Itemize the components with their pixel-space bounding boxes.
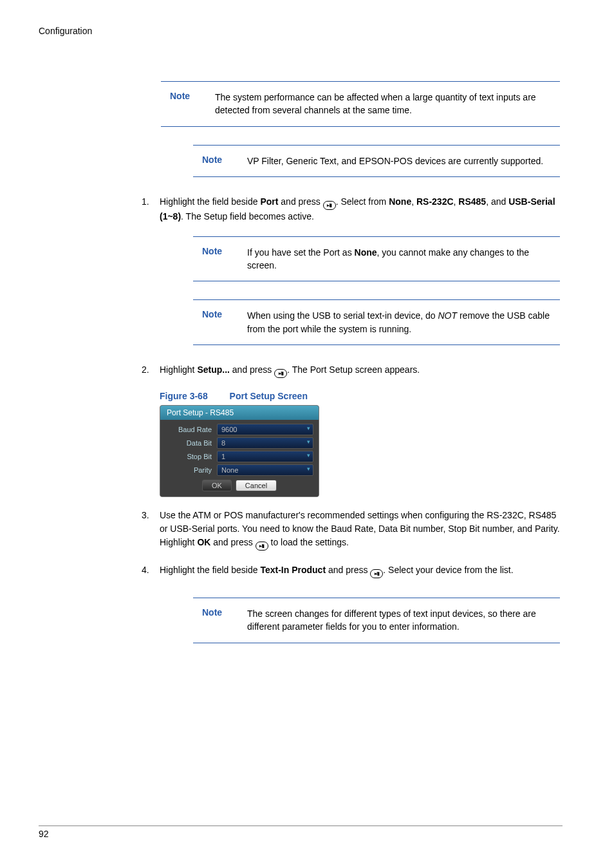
enter-icon (256, 542, 268, 551)
note-label: Note (193, 246, 232, 272)
step-number: 4. (142, 563, 160, 578)
t: Highlight (160, 364, 197, 375)
enter-icon (274, 369, 287, 378)
stop-bit-select[interactable]: 1 (217, 451, 313, 462)
step-text: Use the ATM or POS manufacturer's recomm… (160, 509, 560, 551)
note-label: Note (193, 607, 232, 634)
step-number: 2. (142, 363, 160, 378)
note-port-none: Note If you have set the Port as None, y… (193, 236, 560, 282)
t: and press (278, 196, 322, 207)
cancel-button[interactable]: Cancel (236, 480, 277, 491)
t: Highlight the field beside (160, 565, 260, 575)
step-3: 3. Use the ATM or POS manufacturer's rec… (142, 509, 560, 551)
step-4: 4. Highlight the field beside Text-In Pr… (142, 563, 560, 578)
note-text: If you have set the Port as None, you ca… (247, 246, 560, 272)
step-1: 1. Highlight the field beside Port and p… (142, 195, 560, 223)
parity-select[interactable]: None (217, 464, 313, 476)
data-bit-select[interactable]: 8 (217, 437, 313, 449)
content-area: Note The system performance can be affec… (161, 81, 560, 643)
dialog-buttons: OK Cancel (165, 480, 313, 491)
t: Highlight the field beside (160, 196, 260, 207)
t: When using the USB to serial text-in dev… (247, 310, 438, 321)
t: . The Setup field becomes active. (181, 211, 314, 222)
field-label: Stop Bit (165, 453, 217, 460)
row-databit: Data Bit 8 (165, 437, 313, 449)
t: NOT (438, 310, 457, 321)
t: Port (260, 196, 278, 207)
field-label: Data Bit (165, 439, 217, 447)
t: , (411, 196, 416, 207)
page-number: 92 (39, 829, 49, 839)
page-header: Configuration (39, 26, 563, 36)
page-footer: 92 (39, 826, 563, 839)
t: OK (197, 537, 210, 547)
note-label: Note (193, 155, 232, 167)
ok-button[interactable]: OK (202, 480, 232, 491)
t: RS485 (458, 196, 486, 207)
dialog-title: Port Setup - RS485 (160, 406, 319, 420)
step-text: Highlight Setup... and press . The Port … (160, 363, 560, 378)
enter-icon (370, 569, 383, 578)
step-number: 1. (142, 195, 160, 223)
field-label: Baud Rate (165, 426, 217, 433)
figure-number: Figure 3-68 (160, 391, 208, 401)
note-text: When using the USB to serial text-in dev… (247, 309, 560, 335)
port-setup-dialog: Port Setup - RS485 Baud Rate 9600 Data B… (160, 405, 319, 497)
note-text: VP Filter, Generic Text, and EPSON-POS d… (247, 155, 560, 167)
step-number: 3. (142, 509, 160, 551)
figure-title: Port Setup Screen (230, 391, 308, 401)
enter-icon (323, 201, 336, 210)
note-usb-serial: Note When using the USB to serial text-i… (193, 299, 560, 345)
t: Setup... (197, 364, 230, 375)
dialog-body: Baud Rate 9600 Data Bit 8 Stop Bit 1 Par… (160, 420, 319, 496)
t: . The Port Setup screen appears. (287, 364, 420, 375)
baud-rate-select[interactable]: 9600 (217, 424, 313, 435)
note-text: The screen changes for different types o… (247, 607, 560, 634)
step-text: Highlight the field beside Port and pres… (160, 195, 560, 223)
t: and press (230, 364, 274, 375)
t: None (389, 196, 411, 207)
t: None (355, 247, 377, 258)
t: . Select from (336, 196, 389, 207)
note-text: The system performance can be affected w… (215, 91, 560, 117)
step-2: 2. Highlight Setup... and press . The Po… (142, 363, 560, 378)
t: Text-In Product (260, 565, 326, 575)
row-parity: Parity None (165, 464, 313, 476)
t: RS-232C (416, 196, 454, 207)
step-text: Highlight the field beside Text-In Produ… (160, 563, 560, 578)
note-vpfilter: Note VP Filter, Generic Text, and EPSON-… (193, 145, 560, 177)
row-stopbit: Stop Bit 1 (165, 451, 313, 462)
note-performance: Note The system performance can be affec… (161, 81, 560, 127)
t: and press (326, 565, 370, 575)
t: . Select your device from the list. (383, 565, 513, 575)
t: , and (486, 196, 508, 207)
figure-caption: Figure 3-68 Port Setup Screen (160, 391, 560, 401)
t: and press (210, 537, 255, 547)
note-label: Note (161, 91, 200, 117)
t: to load the settings. (268, 537, 349, 547)
note-label: Note (193, 309, 232, 335)
row-baud: Baud Rate 9600 (165, 424, 313, 435)
field-label: Parity (165, 466, 217, 474)
note-screen-changes: Note The screen changes for different ty… (193, 598, 560, 643)
t: If you have set the Port as (247, 247, 355, 258)
